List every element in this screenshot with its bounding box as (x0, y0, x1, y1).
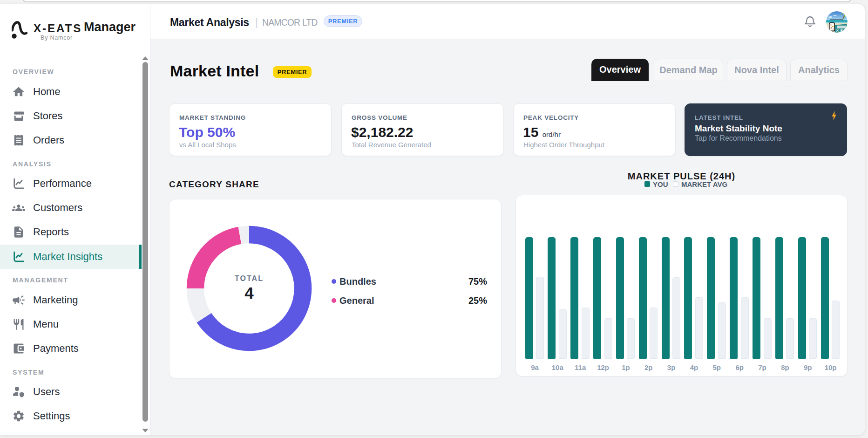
svg-text:X-EAT: X-EAT (836, 28, 848, 33)
